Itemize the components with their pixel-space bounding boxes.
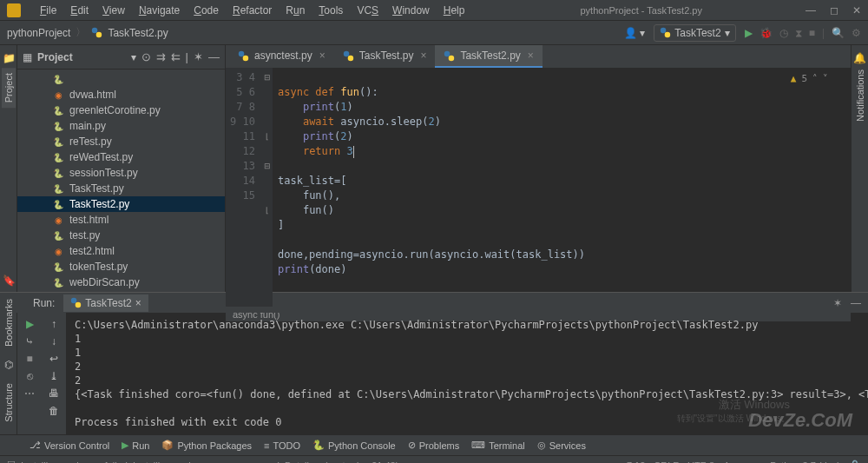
file-tree[interactable]: dvwa.htmlgreenletCorotine.pymain.pyreTes… xyxy=(17,69,225,292)
menu-view[interactable]: View xyxy=(97,3,130,18)
status-message[interactable]: Installing packages failed: Installing p… xyxy=(21,460,398,464)
up-icon[interactable]: ↑ xyxy=(51,318,56,330)
close-tab-icon[interactable]: × xyxy=(319,50,326,62)
profile-icon[interactable]: ⧗ xyxy=(795,27,802,39)
structure-tab[interactable]: Structure xyxy=(2,378,16,427)
print-icon[interactable]: 🖶 xyxy=(49,387,59,400)
fold-icon[interactable]: ⊟ xyxy=(262,159,273,174)
project-tab-icon[interactable]: 📁 xyxy=(3,52,15,64)
close-tab-icon[interactable]: × xyxy=(135,297,141,309)
notifications-tab-icon[interactable]: 🔔 xyxy=(853,52,866,64)
debug-icon[interactable]: 🐞 xyxy=(760,27,773,39)
cursor-position[interactable]: 7:13 xyxy=(627,460,645,464)
chevron-down-icon[interactable]: ˅ xyxy=(823,71,828,86)
tree-item[interactable]: greenletCorotine.py xyxy=(17,103,225,118)
tab-run[interactable]: ▶Run xyxy=(122,440,149,451)
code-editor[interactable]: async def fun(): print(1) await asyncio.… xyxy=(273,68,851,307)
stop-icon[interactable]: ■ xyxy=(26,353,32,365)
maximize-icon[interactable]: ◻ xyxy=(830,4,838,17)
fold-end-icon[interactable]: ⌊ xyxy=(262,129,273,144)
menu-run[interactable]: Run xyxy=(280,3,310,18)
settings-icon[interactable]: ✶ xyxy=(194,50,203,63)
menu-help[interactable]: Help xyxy=(438,3,470,18)
tree-item[interactable] xyxy=(17,71,225,87)
menu-tools[interactable]: Tools xyxy=(313,3,348,18)
user-icon[interactable]: 👤 ▾ xyxy=(624,27,645,39)
tab-terminal[interactable]: ⌨Terminal xyxy=(471,440,525,451)
fold-end-icon[interactable]: ⌊ xyxy=(262,203,273,218)
down-icon[interactable]: ↓ xyxy=(51,335,56,347)
close-icon[interactable]: ✕ xyxy=(852,4,861,17)
clear-icon[interactable]: 🗑 xyxy=(49,405,59,417)
tree-item[interactable]: xpathTest.py xyxy=(17,290,225,292)
tree-item[interactable]: dvwa.html xyxy=(17,87,225,103)
softwrap-icon[interactable]: ↩ xyxy=(49,353,58,365)
menu-window[interactable]: Window xyxy=(387,3,435,18)
interpreter[interactable]: Python 3.7 (dse) xyxy=(770,460,840,464)
run-config-selector[interactable]: TaskTest2 ▾ xyxy=(654,24,735,42)
fold-icon[interactable]: ⊟ xyxy=(262,70,273,85)
dropdown-icon[interactable]: ▾ xyxy=(131,51,136,63)
project-tab[interactable]: Project xyxy=(2,68,16,108)
menu-file[interactable]: File xyxy=(35,3,62,18)
console-output[interactable]: C:\Users\Administrator\anaconda3\python.… xyxy=(66,313,868,434)
tab-services[interactable]: ◎Services xyxy=(537,440,586,451)
menu-vcs[interactable]: VCS xyxy=(352,3,384,18)
menu-code[interactable]: Code xyxy=(188,3,224,18)
tree-item[interactable]: test.py xyxy=(17,228,225,243)
editor-tab[interactable]: TaskTest.py× xyxy=(334,45,436,68)
run-tab[interactable]: TaskTest2 × xyxy=(63,294,148,312)
tree-item[interactable]: TaskTest2.py xyxy=(17,196,225,212)
crumb-project[interactable]: pythonProject xyxy=(7,27,70,39)
rerun-icon[interactable]: ▶ xyxy=(26,318,34,330)
run-icon[interactable]: ▶ xyxy=(745,27,753,39)
crumb-file[interactable]: TaskTest2.py xyxy=(108,27,168,39)
tab-todo[interactable]: ≡TODO xyxy=(264,440,300,451)
hide-icon[interactable]: — xyxy=(851,297,861,309)
tab-version-control[interactable]: ⎇Version Control xyxy=(30,440,109,451)
menu-refactor[interactable]: Refactor xyxy=(227,3,277,18)
settings-gear-icon[interactable]: ⚙ xyxy=(852,27,861,39)
editor-inspection-widget[interactable]: ▲ 5 ˄ ˅ xyxy=(791,71,828,86)
scrolltoend-icon[interactable]: ⤓ xyxy=(49,370,58,382)
bookmarks-tab-icon[interactable]: 🔖 xyxy=(3,274,16,287)
minimize-icon[interactable]: — xyxy=(806,4,816,17)
structure-tab-icon[interactable]: ⌬ xyxy=(4,359,13,371)
tree-item[interactable]: TaskTest.py xyxy=(17,181,225,196)
file-encoding[interactable]: UTF-8 xyxy=(687,460,714,464)
tree-item[interactable]: test.html xyxy=(17,212,225,228)
collapse-all-icon[interactable]: ⇇ xyxy=(171,50,181,63)
more-icon[interactable]: ⋯ xyxy=(24,387,35,400)
lock-icon[interactable]: 🔒 xyxy=(849,460,861,463)
indent[interactable]: 4 spaces xyxy=(723,460,761,464)
chevron-up-icon[interactable]: ˄ xyxy=(812,71,818,86)
tree-item[interactable]: reWedTest.py xyxy=(17,149,225,165)
tree-item[interactable]: webDirScan.py xyxy=(17,274,225,290)
tree-item[interactable]: tokenTest.py xyxy=(17,259,225,274)
notifications-tab[interactable]: Notifications xyxy=(853,64,867,127)
stepinto-icon[interactable]: ⤷ xyxy=(25,335,34,347)
search-icon[interactable]: 🔍 xyxy=(832,27,845,39)
menu-edit[interactable]: Edit xyxy=(65,3,94,18)
stop-icon[interactable]: ■ xyxy=(809,27,815,39)
coverage-icon[interactable]: ◷ xyxy=(779,27,788,39)
tree-item[interactable]: test2.html xyxy=(17,243,225,259)
tree-item[interactable]: main.py xyxy=(17,118,225,134)
line-separator[interactable]: CRLF xyxy=(654,460,679,464)
tab-problems[interactable]: ⊘Problems xyxy=(408,440,459,451)
editor-tab[interactable]: asynctest.py× xyxy=(229,45,334,68)
py-file-icon xyxy=(52,182,64,195)
bookmarks-tab[interactable]: Bookmarks xyxy=(2,294,16,352)
tab-python-packages[interactable]: 📦Python Packages xyxy=(161,440,252,451)
tree-item[interactable]: sessionTest.py xyxy=(17,165,225,181)
expand-all-icon[interactable]: ⇉ xyxy=(156,50,166,63)
tree-item[interactable]: reTest.py xyxy=(17,134,225,149)
select-open-file-icon[interactable]: ⊙ xyxy=(141,50,151,63)
exit-icon[interactable]: ⎋ xyxy=(27,370,33,382)
close-tab-icon[interactable]: × xyxy=(420,50,426,62)
hide-icon[interactable]: — xyxy=(208,50,220,63)
close-tab-icon[interactable]: × xyxy=(528,50,534,62)
tab-python-console[interactable]: 🐍Python Console xyxy=(312,440,396,451)
menu-navigate[interactable]: Navigate xyxy=(134,3,185,18)
editor-tab[interactable]: TaskTest2.py× xyxy=(435,45,542,68)
